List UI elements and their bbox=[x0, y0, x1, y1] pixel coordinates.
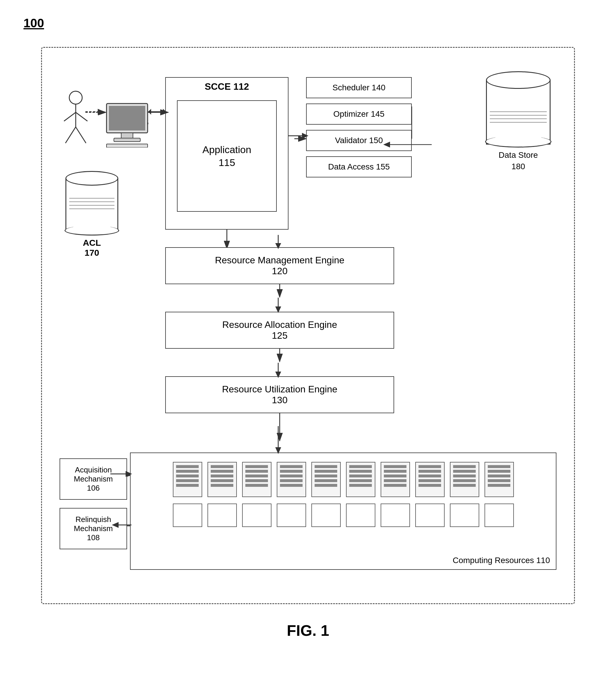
svg-marker-27 bbox=[275, 243, 281, 249]
acl-top bbox=[65, 171, 118, 186]
svg-line-20 bbox=[76, 127, 86, 143]
svg-line-17 bbox=[64, 112, 76, 121]
acl-cylinder bbox=[65, 171, 118, 235]
svg-line-19 bbox=[65, 127, 76, 143]
monitor-icon bbox=[104, 100, 151, 149]
resource-box-10 bbox=[485, 504, 514, 527]
acl-bottom bbox=[65, 226, 119, 235]
svg-marker-37 bbox=[148, 109, 151, 115]
svg-point-15 bbox=[69, 91, 82, 104]
svg-marker-29 bbox=[275, 306, 281, 313]
datastore-cylinder bbox=[486, 71, 551, 147]
figure-ref: 100 bbox=[23, 16, 44, 30]
arrow-app-to-rme bbox=[272, 235, 284, 251]
server-2 bbox=[207, 462, 237, 497]
svg-marker-46 bbox=[112, 522, 118, 528]
scheduler-box: Scheduler 140 bbox=[306, 77, 412, 98]
arrow-acq-to-computing bbox=[110, 468, 134, 480]
rme-label: Resource Management Engine 120 bbox=[166, 255, 394, 277]
acl-hatch bbox=[69, 198, 114, 222]
resource-box-7 bbox=[381, 504, 410, 527]
svg-rect-24 bbox=[114, 138, 140, 142]
datastore-bottom bbox=[485, 136, 551, 147]
outer-boundary: 165 bbox=[41, 47, 575, 604]
computing-resources-box: Computing Resources 110 bbox=[130, 453, 556, 570]
servers-row bbox=[139, 462, 547, 497]
svg-marker-33 bbox=[275, 447, 281, 454]
resource-box-3 bbox=[242, 504, 271, 527]
svg-marker-35 bbox=[302, 133, 308, 139]
arrow-rme-to-rae bbox=[272, 298, 284, 315]
server-3 bbox=[242, 462, 271, 497]
optimizer-box: Optimizer 145 bbox=[306, 104, 412, 124]
data-access-box: Data Access 155 bbox=[306, 156, 412, 178]
arrow-person-to-monitor bbox=[85, 106, 106, 119]
page: 100 bbox=[0, 0, 616, 688]
svg-marker-40 bbox=[98, 109, 104, 115]
datastore-body bbox=[486, 80, 551, 144]
server-7 bbox=[381, 462, 410, 497]
server-1 bbox=[173, 462, 202, 497]
arrow-rae-to-rue bbox=[272, 363, 284, 380]
rae-box: Resource Allocation Engine 125 bbox=[165, 312, 394, 349]
rue-label: Resource Utilization Engine 130 bbox=[166, 384, 394, 406]
server-8 bbox=[415, 462, 445, 497]
datastore-label: Data Store180 bbox=[486, 149, 551, 172]
svg-marker-31 bbox=[275, 371, 281, 378]
svg-rect-23 bbox=[121, 133, 133, 138]
arrow-monitor-to-scce bbox=[148, 106, 168, 119]
acl-cylinder-area: ACL170 bbox=[65, 171, 118, 258]
scce-title: SCCE 112 bbox=[166, 78, 288, 94]
arrow-rue-to-computing bbox=[272, 426, 284, 457]
right-modules-area: Scheduler 140 Optimizer 145 Validator 15… bbox=[306, 77, 412, 183]
resource-box-8 bbox=[415, 504, 445, 527]
computing-label: Computing Resources 110 bbox=[453, 556, 550, 565]
server-6 bbox=[346, 462, 375, 497]
person-figure bbox=[60, 89, 92, 149]
arrow-computing-to-rel bbox=[110, 520, 134, 531]
resource-box-1 bbox=[173, 504, 202, 527]
server-10 bbox=[485, 462, 514, 497]
svg-rect-22 bbox=[109, 106, 145, 131]
datastore-area: Data Store180 bbox=[486, 71, 551, 172]
server-9 bbox=[450, 462, 479, 497]
empty-boxes-row bbox=[139, 504, 547, 527]
datastore-hatch bbox=[490, 111, 547, 135]
server-5 bbox=[311, 462, 341, 497]
svg-marker-42 bbox=[383, 142, 390, 147]
rme-box: Resource Management Engine 120 bbox=[165, 247, 394, 284]
figure-label: FIG. 1 bbox=[23, 622, 593, 639]
svg-marker-44 bbox=[126, 471, 132, 477]
application-box: Application 115 bbox=[177, 100, 277, 212]
datastore-top bbox=[486, 71, 551, 89]
resource-box-5 bbox=[311, 504, 341, 527]
datastore-to-modules-line bbox=[382, 139, 435, 152]
acl-body bbox=[65, 178, 118, 231]
server-4 bbox=[277, 462, 306, 497]
rue-box: Resource Utilization Engine 130 bbox=[165, 376, 394, 413]
monitor-svg bbox=[104, 100, 151, 147]
resource-box-2 bbox=[207, 504, 237, 527]
svg-marker-38 bbox=[163, 109, 167, 115]
rae-label: Resource Allocation Engine 125 bbox=[166, 319, 394, 341]
scce-box: SCCE 112 Application 115 bbox=[165, 77, 288, 230]
svg-rect-25 bbox=[107, 144, 148, 147]
resource-box-6 bbox=[346, 504, 375, 527]
resource-box-4 bbox=[277, 504, 306, 527]
resource-box-9 bbox=[450, 504, 479, 527]
acl-label: ACL170 bbox=[65, 238, 118, 258]
arrow-app-to-modules bbox=[288, 130, 311, 143]
application-label: Application 115 bbox=[202, 143, 251, 169]
